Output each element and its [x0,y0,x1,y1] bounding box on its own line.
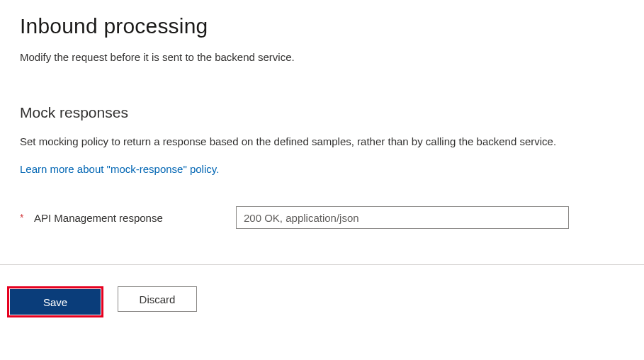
action-buttons: Save Discard [0,265,644,317]
required-indicator: * [20,212,27,223]
page-description: Modify the request before it is sent to … [20,51,624,63]
mock-responses-description: Set mocking policy to return a response … [20,135,624,147]
api-response-label: API Management response [34,212,229,224]
api-response-row: * API Management response [20,206,624,229]
save-button[interactable]: Save [10,289,101,315]
discard-button[interactable]: Discard [118,286,197,312]
learn-more-link[interactable]: Learn more about "mock-response" policy. [20,163,219,175]
page-title: Inbound processing [20,14,624,38]
api-response-select[interactable] [236,206,569,229]
mock-responses-title: Mock responses [20,104,624,121]
save-button-highlight: Save [7,286,103,317]
